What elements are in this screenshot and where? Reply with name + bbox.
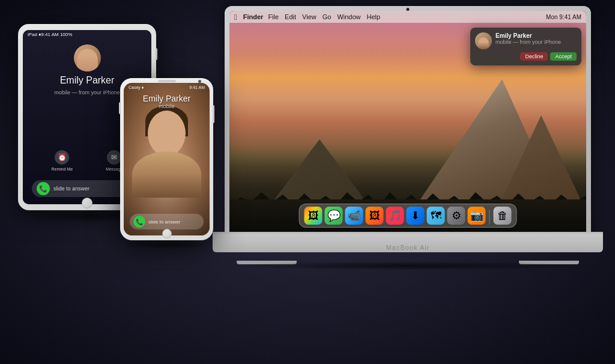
apple-menu-icon[interactable]:  [234, 13, 237, 22]
menubar-right: Mon 9:41 AM [546, 14, 581, 20]
iphone-status-left: Casey ♦ [129, 85, 144, 89]
dock-photos3[interactable]: 📷 [468, 207, 486, 225]
notif-avatar [475, 32, 492, 49]
iphone-status-right: 9:41 AM [189, 85, 205, 89]
macbook-bottom-bar: MacBook Air [213, 234, 603, 252]
scene: iPad ♦ 9:41 AM 100% Emily Parker mobile … [0, 0, 615, 364]
notif-buttons: Decline Accept [475, 52, 577, 61]
menubar-go[interactable]: Go [323, 13, 332, 20]
iphone-speaker [158, 80, 176, 82]
iphone-side-button-left [119, 102, 121, 114]
macbook-device:  Finder File Edit View Go Window Help M… [213, 6, 603, 264]
menubar-items: File Edit View Go Window Help [268, 13, 380, 20]
menubar-view[interactable]: View [302, 13, 317, 20]
notif-caller-name: Emily Parker [495, 32, 577, 39]
iphone-device: Casey ♦ 9:41 AM Emily Parker mobile 📞 sl… [120, 78, 213, 240]
remind-me-icon: ⏰ [55, 150, 69, 165]
macbook-label: MacBook Air [386, 244, 430, 251]
ipad-home-button[interactable] [82, 198, 92, 208]
notif-caller-subtitle: mobile — from your iPhone [495, 39, 577, 45]
dock-photos[interactable]: 🖼 [304, 207, 323, 225]
remind-me-label: Remind Me [51, 167, 73, 171]
menubar-app-name[interactable]: Finder [243, 13, 264, 20]
iphone-side-button-right [213, 105, 214, 123]
ipad-caller-subtitle: mobile — from your iPhone [54, 89, 120, 96]
macbook-display:  Finder File Edit View Go Window Help M… [229, 11, 586, 232]
dock-music[interactable]: 🎵 [386, 207, 404, 225]
iphone-shadow [123, 240, 210, 249]
dock-settings[interactable]: ⚙ [447, 207, 465, 225]
ipad-caller-name: Emily Parker [60, 75, 115, 86]
iphone-status-bar: Casey ♦ 9:41 AM [124, 83, 210, 91]
iphone-caller-info: Emily Parker mobile [124, 94, 210, 109]
menubar-file[interactable]: File [268, 13, 279, 20]
macbook-shadow [231, 261, 585, 270]
menubar-clock: Mon 9:41 AM [546, 14, 581, 20]
iphone-screen: Casey ♦ 9:41 AM Emily Parker mobile 📞 sl… [124, 83, 210, 235]
dock-maps[interactable]: 🗺 [427, 207, 445, 225]
ipad-remind-me[interactable]: ⏰ Remind Me [51, 150, 73, 171]
menubar-window[interactable]: Window [337, 13, 360, 20]
iphone-slide-text: slide to answer [148, 219, 180, 225]
ipad-status-bar: iPad ♦ 9:41 AM 100% [23, 30, 151, 38]
notif-avatar-figure [478, 37, 489, 49]
dock: 🖼 💬 📹 🖼 🎵 ⬇ 🗺 ⚙ 📷 🗑 [299, 204, 517, 228]
dock-messages[interactable]: 💬 [325, 207, 343, 225]
message-icon: ✉ [107, 150, 121, 165]
ipad-avatar [74, 44, 101, 71]
notif-decline-button[interactable]: Decline [520, 52, 548, 61]
menubar:  Finder File Edit View Go Window Help M… [229, 11, 586, 23]
dock-appstore[interactable]: ⬇ [407, 207, 425, 225]
notif-accept-button[interactable]: Accept [550, 52, 577, 61]
ipad-answer-phone-icon: 📞 [37, 182, 50, 195]
dock-separator [489, 210, 490, 225]
ipad-side-button [156, 48, 157, 60]
face-head [148, 111, 186, 156]
macbook-screen-outer:  Finder File Edit View Go Window Help M… [225, 6, 591, 237]
iphone-home-button[interactable] [162, 229, 172, 238]
macbook-screen-bezel:  Finder File Edit View Go Window Help M… [229, 11, 586, 232]
dock-facetime[interactable]: 📹 [345, 207, 363, 225]
iphone-slide-to-answer[interactable]: 📞 slide to answer [130, 214, 204, 229]
ipad-avatar-face [77, 49, 98, 71]
notif-text: Emily Parker mobile — from your iPhone [495, 32, 577, 45]
iphone-caller-name: Emily Parker [124, 94, 210, 103]
ipad-status-left: iPad ♦ [28, 32, 41, 37]
iphone-caller-subtitle: mobile [124, 103, 210, 109]
notif-top: Emily Parker mobile — from your iPhone [475, 32, 577, 49]
iphone-body: Casey ♦ 9:41 AM Emily Parker mobile 📞 sl… [120, 78, 213, 240]
menubar-edit[interactable]: Edit [285, 13, 296, 20]
ipad-status-right: 9:41 AM 100% [41, 32, 72, 37]
ipad-slide-text: slide to answer [53, 186, 89, 192]
notification-banner: Emily Parker mobile — from your iPhone D… [470, 28, 581, 65]
dock-trash[interactable]: 🗑 [494, 207, 512, 225]
menubar-help[interactable]: Help [367, 13, 381, 20]
dock-photos2[interactable]: 🖼 [366, 207, 384, 225]
iphone-answer-phone-icon: 📞 [133, 216, 145, 228]
